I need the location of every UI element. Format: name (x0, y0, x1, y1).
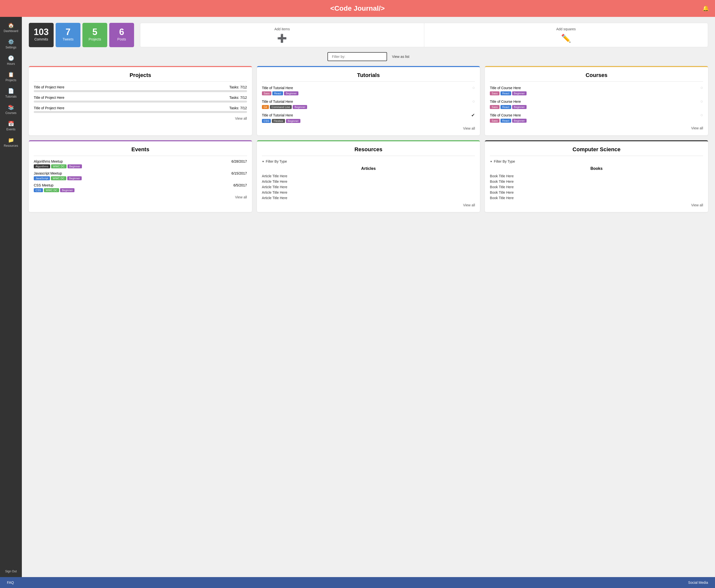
book-item-1: Book Title Here (490, 173, 703, 179)
course-check-1[interactable]: ○ (700, 85, 703, 90)
course-tag-sass-1: Sass (490, 91, 499, 96)
project-tasks-1: Tasks: 7/12 (229, 85, 247, 89)
progress-bar-3 (34, 111, 247, 113)
commits-label: Commits (34, 37, 49, 41)
cs-filter-label: Filter By Type (494, 160, 515, 163)
events-view-all[interactable]: View all (34, 195, 247, 199)
sidebar-label-settings: Settings (5, 46, 16, 49)
add-squares-label: Add squares (556, 27, 576, 31)
tutorial-tags-1: Sass React Beginner (262, 91, 475, 96)
sidebar-item-events[interactable]: 📅 Events (0, 118, 22, 134)
resources-view-all[interactable]: View all (262, 203, 475, 207)
courses-view-all[interactable]: View all (490, 126, 703, 130)
tutorials-card: Tutorials Title of Tutorial Here ○ Sass … (257, 66, 480, 135)
cs-card-title: Computer Science (490, 146, 703, 156)
sidebar-item-tutorials[interactable]: 📄 Tutorials (0, 85, 22, 101)
resources-card-title: Resources (262, 146, 475, 156)
sidebar-label-hours: Hours (7, 62, 15, 66)
commits-number: 103 (34, 27, 49, 37)
tutorials-view-all[interactable]: View all (262, 126, 475, 130)
course-tag-sass-2: Sass (490, 105, 499, 109)
footer-faq[interactable]: FAQ (7, 581, 14, 585)
sidebar-item-courses[interactable]: 📚 Courses (0, 101, 22, 118)
add-items-card[interactable]: Add items ➕ (140, 23, 424, 47)
course-tags-1: Sass React Beginner (490, 91, 703, 96)
add-squares-card[interactable]: Add squares ✏️ (424, 23, 708, 47)
tag-beginner-1: Beginner (284, 91, 298, 96)
projects-view-all[interactable]: View all (34, 117, 247, 121)
resources-filter-type[interactable]: ▼ Filter By Type (262, 160, 475, 163)
event-item-3: CSS Meetup 6/5/2017 CSS WWC DC Beginner (34, 183, 247, 192)
event-date-2: 6/15/2017 (231, 171, 247, 175)
tutorials-card-title: Tutorials (262, 72, 475, 82)
tutorial-tags-2: Git Command Line Beginner (262, 105, 475, 109)
course-item-2: Title of Course Here ○ Sass React Beginn… (490, 99, 703, 109)
stat-posts[interactable]: 6 Posts (109, 23, 134, 47)
course-tag-sass-3: Sass (490, 119, 499, 123)
tag-sass-1: Sass (262, 91, 271, 96)
projects-stat-label: Projects (87, 37, 102, 41)
tutorial-item-3: Title of Tutorial Here ✔ CSS Flexbox Beg… (262, 112, 475, 123)
course-title-3: Title of Course Here (490, 113, 521, 117)
events-card: Events Algorithms Meetup 6/28/2017 Algor… (29, 140, 252, 212)
app-header: <Code Journal/> 🔔 (0, 0, 715, 17)
resources-icon: 📁 (8, 137, 14, 143)
home-icon: 🏠 (8, 22, 14, 28)
tutorial-tags-3: CSS Flexbox Beginner (262, 119, 475, 123)
course-title-2: Title of Course Here (490, 100, 521, 104)
cs-view-all[interactable]: View all (490, 203, 703, 207)
course-title-1: Title of Course Here (490, 86, 521, 90)
course-item-1: Title of Course Here ○ Sass React Beginn… (490, 85, 703, 96)
projects-card-title: Projects (34, 72, 247, 82)
courses-card: Courses Title of Course Here ○ Sass Reac… (485, 66, 708, 135)
sidebar-label-courses: Courses (5, 111, 17, 115)
stat-tweets[interactable]: 7 Tweets (56, 23, 80, 47)
tutorial-check-3[interactable]: ✔ (471, 112, 475, 118)
sidebar-label-resources: Resources (4, 144, 18, 147)
tag-css-e1: CSS (34, 188, 43, 192)
tag-wwcdc-3: WWC DC (44, 188, 59, 192)
course-check-3[interactable]: ○ (700, 112, 703, 118)
course-tag-beginner-2: Beginner (512, 105, 527, 109)
sidebar-item-settings[interactable]: ⚙️ Settings (0, 36, 22, 52)
sidebar-item-resources[interactable]: 📁 Resources (0, 134, 22, 150)
footer-social-media[interactable]: Social Media (688, 581, 708, 585)
hours-icon: 🕐 (8, 55, 14, 61)
tutorial-check-2[interactable]: ○ (472, 99, 475, 104)
book-item-3: Book Title Here (490, 184, 703, 190)
tag-wwcdc-1: WWC DC (51, 164, 66, 168)
stat-projects[interactable]: 5 Projects (82, 23, 107, 47)
filter-row: View as list (29, 52, 708, 61)
tutorial-check-1[interactable]: ○ (472, 85, 475, 90)
sidebar-item-hours[interactable]: 🕐 Hours (0, 52, 22, 68)
course-tags-2: Sass React Beginner (490, 105, 703, 109)
bell-icon[interactable]: 🔔 (702, 5, 709, 12)
footer: FAQ Social Media (0, 577, 715, 588)
view-list-button[interactable]: View as list (392, 55, 409, 59)
progress-bar-2 (34, 101, 247, 103)
cs-filter-type[interactable]: ▼ Filter By Type (490, 160, 703, 163)
sign-out-button[interactable]: Sign Out (0, 566, 22, 577)
event-title-1: Algorithms Meetup (34, 160, 63, 163)
sidebar-label-tutorials: Tutorials (5, 95, 17, 98)
course-tag-react-1: React (501, 91, 511, 96)
stat-commits[interactable]: 103 Commits (29, 23, 54, 47)
filter-input[interactable] (328, 52, 387, 61)
tag-css-1: CSS (262, 119, 271, 123)
course-tag-beginner-3: Beginner (512, 119, 527, 123)
sidebar-item-dashboard[interactable]: 🏠 Dashboard (0, 19, 22, 36)
book-item-4: Book Title Here (490, 190, 703, 195)
project-tasks-2: Tasks: 7/12 (229, 96, 247, 100)
tag-flexbox-1: Flexbox (272, 119, 285, 123)
course-tag-react-2: React (501, 105, 511, 109)
tutorials-icon: 📄 (8, 88, 14, 94)
add-items-label: Add items (274, 27, 290, 31)
events-card-title: Events (34, 146, 247, 156)
resource-item-3: Article Title Here (262, 184, 475, 190)
tutorial-item-2: Title of Tutorial Here ○ Git Command Lin… (262, 99, 475, 109)
sidebar-item-projects[interactable]: 📋 Projects (0, 68, 22, 85)
tutorial-title-2: Title of Tutorial Here (262, 100, 293, 104)
resource-item-4: Article Title Here (262, 190, 475, 195)
course-check-2[interactable]: ○ (700, 99, 703, 104)
cards-grid: Projects Title of Project Here Tasks: 7/… (29, 66, 708, 212)
